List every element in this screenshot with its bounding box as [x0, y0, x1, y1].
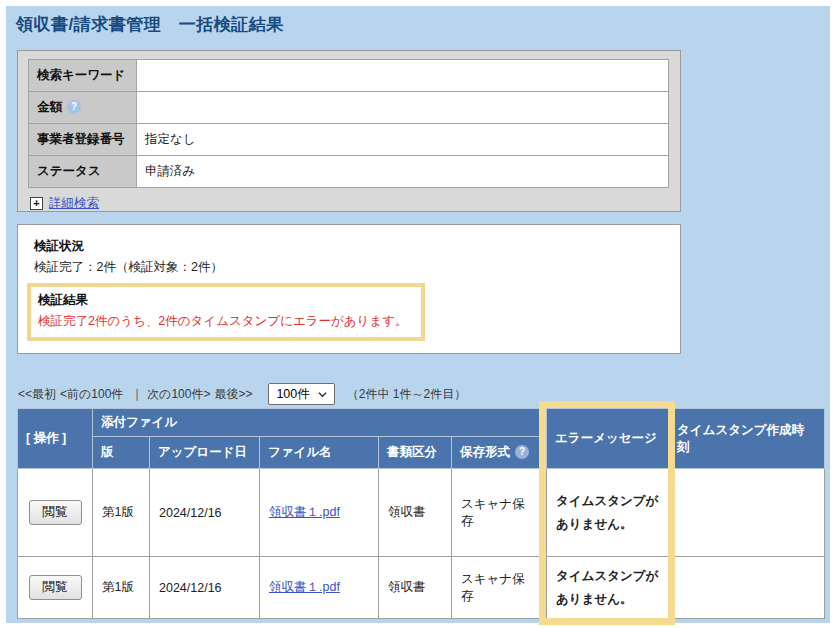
form-row-keyword: 検索キーワード	[29, 60, 669, 92]
pagination-range-text: （2件中 1件～2件目）	[347, 386, 466, 403]
search-form-panel: 検索キーワード 金額? 事業者登録番号 指定なし ステータス 申請済み + 詳細…	[17, 50, 681, 212]
file-name-link[interactable]: 領収書１.pdf	[269, 580, 340, 594]
chevron-down-icon	[318, 390, 327, 399]
page-size-value: 100件	[276, 386, 309, 403]
status-label: ステータス	[29, 156, 137, 188]
col-header-version: 版	[93, 437, 150, 469]
col-header-attachment-group: 添付ファイル	[93, 409, 547, 437]
col-header-operation: [ 操作 ]	[18, 409, 93, 469]
col-header-error-message: エラーメッセージ	[547, 409, 669, 469]
verification-result-box: 検証結果 検証完了2件のうち、2件のタイムスタンプにエラーがあります。	[27, 283, 425, 341]
amount-input[interactable]	[145, 95, 660, 121]
doc-category-cell: 領収書	[379, 469, 452, 557]
form-row-status: ステータス 申請済み	[29, 156, 669, 188]
verification-result-message: 検証完了2件のうち、2件のタイムスタンプにエラーがあります。	[38, 313, 407, 330]
verification-status-text: 検証完了：2件（検証対象：2件）	[34, 259, 664, 276]
view-button[interactable]: 閲覧	[29, 500, 82, 525]
col-header-upload-date: アップロード日	[150, 437, 260, 469]
pagination-separator: ｜	[131, 386, 143, 403]
search-keyword-label: 検索キーワード	[29, 60, 137, 92]
verification-panel: 検証状況 検証完了：2件（検証対象：2件） 検証結果 検証完了2件のうち、2件の…	[17, 224, 681, 354]
status-label-text: ステータス	[37, 164, 101, 178]
search-keyword-input[interactable]	[145, 63, 660, 89]
verification-result-heading: 検証結果	[38, 292, 407, 309]
pagination-last[interactable]: 最後>>	[214, 386, 252, 403]
error-message-cell: タイムスタンプがありません。	[547, 557, 669, 619]
version-cell: 第1版	[93, 557, 150, 619]
page-title: 領収書/請求書管理 一括検証結果	[16, 13, 284, 36]
pagination-first[interactable]: <<最初	[18, 386, 56, 403]
page: 領収書/請求書管理 一括検証結果 検索キーワード 金額? 事業者登録番号 指定な…	[0, 0, 835, 628]
expand-plus-icon[interactable]: +	[30, 197, 43, 210]
doc-category-cell: 領収書	[379, 557, 452, 619]
col-header-file-name: ファイル名	[260, 437, 379, 469]
pagination: <<最初 <前の100件 ｜ 次の100件> 最後>> 100件 （2件中 1件…	[18, 383, 824, 405]
col-header-storage-format: 保存形式?	[452, 437, 547, 469]
amount-help-icon[interactable]: ?	[67, 100, 81, 114]
search-form-table: 検索キーワード 金額? 事業者登録番号 指定なし ステータス 申請済み	[28, 59, 669, 188]
table-row: 閲覧 第1版 2024/12/16 領収書１.pdf 領収書 スキャナ保存 タイ…	[18, 469, 825, 557]
col-header-doc-category: 書類区分	[379, 437, 452, 469]
pagination-prev[interactable]: <前の100件	[60, 386, 123, 403]
col-header-timestamp-created: タイムスタンプ作成時刻	[669, 409, 825, 469]
form-row-registration-number: 事業者登録番号 指定なし	[29, 124, 669, 156]
detail-search-row: + 詳細検索	[30, 195, 669, 212]
page-size-select[interactable]: 100件	[268, 383, 334, 405]
timestamp-created-cell	[669, 469, 825, 557]
amount-label-text: 金額	[37, 100, 62, 114]
table-row: 閲覧 第1版 2024/12/16 領収書１.pdf 領収書 スキャナ保存 タイ…	[18, 557, 825, 619]
storage-format-cell: スキャナ保存	[452, 469, 547, 557]
detail-search-link[interactable]: 詳細検索	[49, 195, 99, 212]
registration-number-label-text: 事業者登録番号	[37, 132, 125, 146]
view-button[interactable]: 閲覧	[29, 575, 82, 600]
storage-format-help-icon[interactable]: ?	[515, 445, 529, 459]
upload-date-cell: 2024/12/16	[150, 469, 260, 557]
verification-status-heading: 検証状況	[34, 238, 664, 255]
pagination-next[interactable]: 次の100件>	[147, 386, 210, 403]
storage-format-label-text: 保存形式	[460, 445, 510, 459]
upload-date-cell: 2024/12/16	[150, 557, 260, 619]
results-table: [ 操作 ] 添付ファイル エラーメッセージ タイムスタンプ作成時刻 版 アップ…	[17, 408, 825, 619]
results-table-wrap: [ 操作 ] 添付ファイル エラーメッセージ タイムスタンプ作成時刻 版 アップ…	[17, 408, 824, 619]
file-name-link[interactable]: 領収書１.pdf	[269, 505, 340, 519]
registration-number-label: 事業者登録番号	[29, 124, 137, 156]
form-row-amount: 金額?	[29, 92, 669, 124]
timestamp-created-cell	[669, 557, 825, 619]
search-keyword-label-text: 検索キーワード	[37, 68, 125, 82]
error-message-cell: タイムスタンプがありません。	[547, 469, 669, 557]
amount-label: 金額?	[29, 92, 137, 124]
storage-format-cell: スキャナ保存	[452, 557, 547, 619]
status-value[interactable]: 申請済み	[137, 156, 669, 188]
registration-number-value[interactable]: 指定なし	[137, 124, 669, 156]
version-cell: 第1版	[93, 469, 150, 557]
